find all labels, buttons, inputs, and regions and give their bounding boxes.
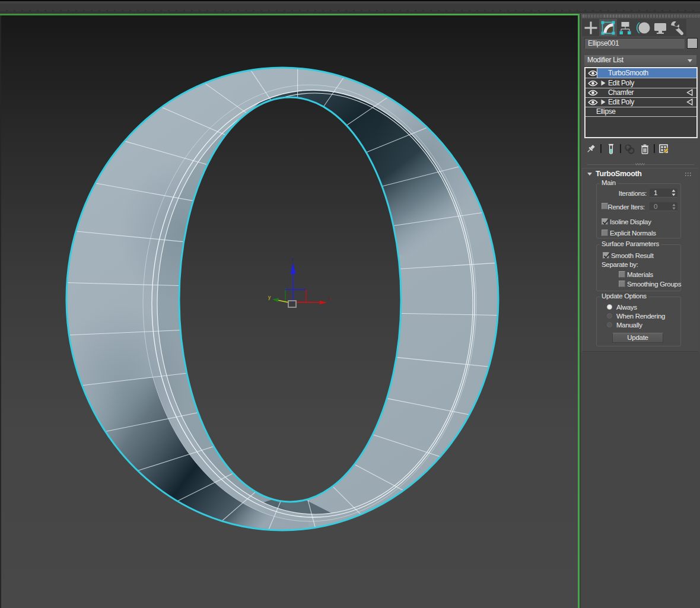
svg-text:x: x: [329, 296, 331, 301]
svg-text:z: z: [291, 256, 294, 262]
svg-text:y: y: [268, 294, 271, 300]
